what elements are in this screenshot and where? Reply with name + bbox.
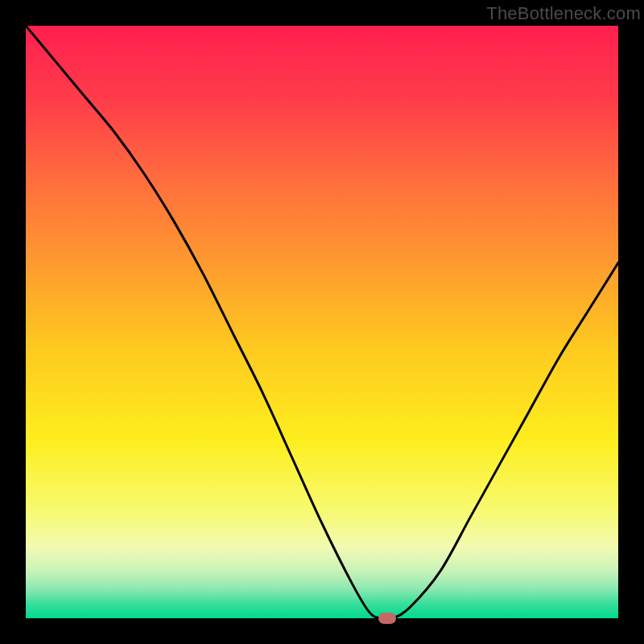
curve-layer [26, 26, 618, 618]
minimum-marker [378, 613, 396, 624]
bottleneck-chart: TheBottleneck.com [0, 0, 644, 644]
plot-area [26, 26, 618, 618]
bottleneck-curve [26, 26, 618, 618]
watermark-text: TheBottleneck.com [486, 3, 641, 24]
